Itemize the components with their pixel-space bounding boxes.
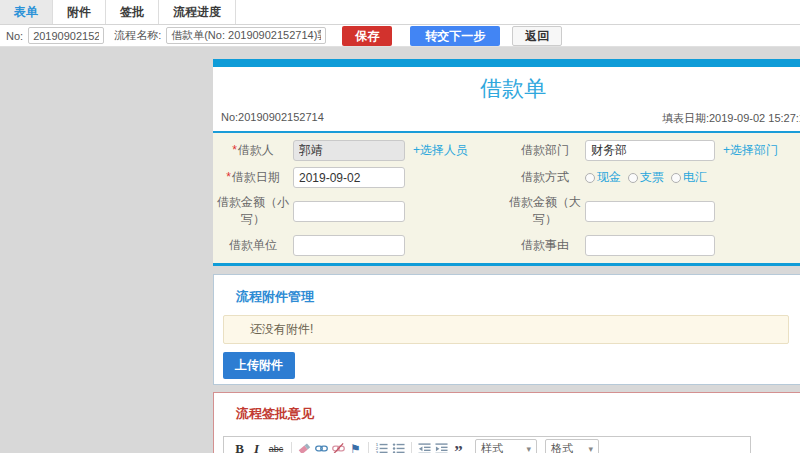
radio-wire-transfer[interactable]: 电汇 [671, 169, 707, 186]
remove-format-icon[interactable] [296, 440, 313, 453]
no-input[interactable] [28, 27, 104, 44]
borrower-input[interactable] [293, 140, 405, 161]
department-label: 借款部门 [505, 142, 585, 159]
borrower-label: *借款人 [213, 142, 293, 159]
loan-reason-label: 借款事由 [505, 237, 585, 254]
form-fields: *借款人 +选择人员 借款部门 +选择部门 *借款日期 [213, 133, 800, 263]
department-input[interactable] [585, 140, 715, 161]
chevron-down-icon: ▾ [526, 444, 531, 453]
link-icon[interactable] [313, 440, 330, 453]
amount-lowercase-input[interactable] [293, 201, 405, 222]
process-name-label: 流程名称: [114, 28, 161, 43]
field-row: 借款金额（小写） 借款金额（大写） [213, 191, 800, 232]
unlink-icon[interactable] [330, 440, 347, 453]
approval-panel-title: 流程签批意见 [214, 393, 800, 423]
tab-form[interactable]: 表单 [0, 0, 53, 24]
strikethrough-icon[interactable]: abc [265, 440, 287, 453]
form-title: 借款单 [213, 67, 800, 108]
outdent-icon[interactable] [416, 440, 433, 453]
forward-next-step-button[interactable]: 转交下一步 [410, 26, 500, 46]
amount-uppercase-input[interactable] [585, 201, 715, 222]
loan-method-label: 借款方式 [505, 169, 585, 186]
select-department-link[interactable]: +选择部门 [723, 142, 778, 159]
loan-date-label: *借款日期 [213, 169, 293, 186]
command-bar: No: 流程名称: 保存 转交下一步 返回 [0, 25, 800, 47]
bold-icon[interactable]: B [231, 440, 248, 453]
radio-circle-icon[interactable] [585, 173, 595, 183]
amount-uppercase-label: 借款金额（大写） [505, 194, 585, 229]
radio-circle-icon[interactable] [671, 173, 681, 183]
loan-reason-cell [585, 235, 800, 256]
approval-panel: 流程签批意见 B I abc [213, 392, 800, 453]
tab-attachments[interactable]: 附件 [53, 0, 106, 24]
italic-icon[interactable]: I [248, 440, 265, 453]
attachment-panel: 流程附件管理 还没有附件! 上传附件 [213, 274, 800, 385]
form-info-row: No:20190902152714 填表日期:2019-09-02 15:27:… [213, 108, 800, 133]
tab-process-progress[interactable]: 流程进度 [159, 0, 236, 24]
chevron-down-icon: ▾ [588, 444, 593, 453]
form-top-accent-bar [213, 59, 800, 67]
loan-method-cell: 现金 支票 电汇 [585, 169, 800, 186]
tab-approvals[interactable]: 签批 [106, 0, 159, 24]
styles-dropdown[interactable]: 样式 ▾ [475, 439, 537, 453]
indent-icon[interactable] [433, 440, 450, 453]
back-button[interactable]: 返回 [512, 26, 562, 46]
form-date-text: 填表日期:2019-09-02 15:27:1 [662, 111, 800, 126]
field-row: 借款单位 借款事由 [213, 232, 800, 259]
page: 表单 附件 签批 流程进度 No: 流程名称: 保存 转交下一步 返回 借款单 … [0, 0, 800, 453]
loan-date-input[interactable] [293, 167, 405, 188]
radio-cheque[interactable]: 支票 [628, 169, 664, 186]
field-row: *借款人 +选择人员 借款部门 +选择部门 [213, 137, 800, 164]
form-bottom-accent-bar [213, 263, 800, 266]
no-attachments-alert: 还没有附件! [223, 315, 789, 344]
amount-lowercase-cell [293, 201, 505, 222]
required-marker: * [226, 170, 231, 184]
required-marker: * [232, 143, 237, 157]
attachment-panel-title: 流程附件管理 [214, 275, 800, 306]
numbered-list-icon[interactable]: 123 [373, 440, 390, 453]
format-dropdown[interactable]: 格式 ▾ [545, 439, 599, 453]
toolbar-separator [291, 442, 292, 453]
loan-unit-input[interactable] [293, 235, 405, 256]
blockquote-icon[interactable]: ” [450, 440, 467, 453]
upload-attachment-button[interactable]: 上传附件 [223, 352, 295, 379]
toolbar-separator [368, 442, 369, 453]
toolbar-separator [411, 442, 412, 453]
loan-form-panel: 借款单 No:20190902152714 填表日期:2019-09-02 15… [213, 59, 800, 266]
select-person-link[interactable]: +选择人员 [413, 142, 468, 159]
anchor-flag-icon[interactable]: ⚑ [347, 440, 364, 453]
loan-reason-input[interactable] [585, 235, 715, 256]
save-button[interactable]: 保存 [342, 26, 392, 46]
editor-toolbar: B I abc [224, 437, 750, 453]
loan-unit-cell [293, 235, 505, 256]
process-name-input[interactable] [166, 27, 326, 44]
department-cell: +选择部门 [585, 140, 800, 161]
no-label: No: [6, 30, 23, 42]
field-row: *借款日期 借款方式 现金 支票 [213, 164, 800, 191]
radio-cash[interactable]: 现金 [585, 169, 621, 186]
loan-unit-label: 借款单位 [213, 237, 293, 254]
bullet-list-icon[interactable] [390, 440, 407, 453]
borrower-cell: +选择人员 [293, 140, 505, 161]
radio-circle-icon[interactable] [628, 173, 638, 183]
tab-bar: 表单 附件 签批 流程进度 [0, 0, 800, 25]
form-no-text: No:20190902152714 [221, 111, 324, 126]
amount-lowercase-label: 借款金额（小写） [213, 194, 293, 229]
loan-date-cell [293, 167, 505, 188]
loan-method-radio-group: 现金 支票 电汇 [585, 169, 714, 186]
content-wrapper: 借款单 No:20190902152714 填表日期:2019-09-02 15… [213, 59, 800, 453]
amount-uppercase-cell [585, 201, 800, 222]
rich-text-editor: B I abc [223, 436, 751, 453]
